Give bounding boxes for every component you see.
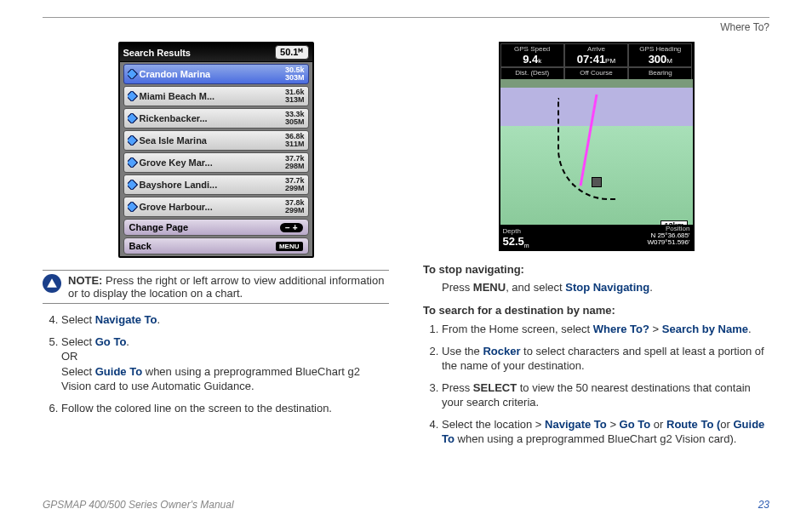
section-title: Where To?: [43, 21, 769, 33]
marina-icon: [128, 91, 138, 101]
map-data-cell: GPS Speed9.4k: [500, 43, 564, 67]
map-data-cell: GPS Heading300M: [628, 43, 692, 67]
note-label: NOTE:: [68, 274, 102, 287]
page-footer: GPSMAP 400/500 Series Owner's Manual 23: [43, 499, 769, 511]
land-strip: [500, 79, 693, 88]
search-result-row[interactable]: Miami Beach M...31.6k313M: [123, 86, 309, 106]
stop-navigating-body: Press MENU, and select Stop Navigating.: [423, 281, 769, 294]
distance-badge: 50.1ᴹ: [275, 45, 308, 60]
marina-icon: [128, 180, 138, 190]
header-rule: [43, 17, 769, 18]
result-distance: 31.6k313M: [285, 89, 305, 104]
search-results-device: Search Results 50.1ᴹ Crandon Marina30.5k…: [118, 42, 314, 258]
left-column: Search Results 50.1ᴹ Crandon Marina30.5k…: [43, 42, 389, 454]
right-column: GPS Speed9.4kArrive07:41PMGPS Heading300…: [423, 42, 769, 454]
boat-icon: [592, 177, 602, 187]
marina-icon: [128, 202, 138, 212]
search-result-row[interactable]: Grove Harbour...37.8k299M: [123, 197, 309, 217]
map-bottom-bar: Depth 52.5m Position N 25°36.685' W079°5…: [500, 225, 693, 249]
change-page-button[interactable]: Change Page − +: [123, 219, 309, 236]
result-name: Grove Harbour...: [140, 202, 213, 212]
search-step-2: Use the Rocker to select characters and …: [442, 344, 769, 374]
change-page-label: Change Page: [129, 222, 189, 232]
result-distance: 37.7k299M: [285, 177, 305, 192]
search-step-3: Press SELECT to view the 50 nearest dest…: [442, 380, 769, 410]
step-6: Follow the colored line on the screen to…: [61, 401, 389, 416]
back-button[interactable]: Back MENU: [123, 237, 309, 254]
search-result-row[interactable]: Bayshore Landi...37.7k299M: [123, 174, 309, 195]
search-result-row[interactable]: Rickenbacker...33.3k305M: [123, 108, 309, 129]
search-by-name-head: To search for a destination by name:: [423, 304, 769, 317]
search-result-row[interactable]: Grove Key Mar...37.7k298M: [123, 152, 309, 173]
position-cell: Position N 25°36.685' W079°51.596': [647, 226, 689, 249]
step-4: Select Navigate To.: [61, 312, 389, 328]
left-steps: Select Navigate To. Select Go To. OR Sel…: [43, 312, 389, 415]
note-icon: [43, 274, 61, 293]
device-title: Search Results: [123, 48, 191, 58]
search-step-4: Select the location > Navigate To > Go T…: [442, 417, 769, 447]
result-name: Rickenbacker...: [140, 113, 208, 123]
result-distance: 33.3k305M: [285, 111, 305, 126]
result-name: Miami Beach M...: [140, 91, 215, 101]
map-area: 12km: [500, 79, 693, 234]
result-distance: 37.7k298M: [285, 155, 305, 170]
result-distance: 37.8k299M: [285, 199, 305, 214]
marina-icon: [128, 157, 138, 168]
marina-icon: [128, 69, 138, 79]
stop-navigating-head: To stop navigating:: [423, 263, 769, 276]
result-distance: 36.8k311M: [285, 133, 305, 148]
map-device: GPS Speed9.4kArrive07:41PMGPS Heading300…: [499, 42, 695, 251]
search-result-row[interactable]: Sea Isle Marina36.8k311M: [123, 130, 309, 151]
result-name: Crandon Marina: [140, 69, 211, 79]
result-name: Grove Key Mar...: [140, 157, 213, 168]
search-steps: From the Home screen, select Where To? >…: [423, 322, 769, 447]
note-text: NOTE: Press the right or left arrow to v…: [68, 274, 389, 300]
step-5: Select Go To. OR Select Guide To when us…: [61, 334, 389, 394]
plus-minus-icon: − +: [280, 223, 302, 232]
result-name: Bayshore Landi...: [140, 180, 218, 190]
book-title: GPSMAP 400/500 Series Owner's Manual: [43, 499, 234, 511]
search-result-row[interactable]: Crandon Marina30.5k303M: [123, 64, 309, 84]
menu-pill-icon: MENU: [276, 242, 303, 251]
result-distance: 30.5k303M: [285, 66, 305, 82]
depth-cell: Depth 52.5m: [503, 226, 529, 249]
page-number: 23: [758, 499, 769, 511]
marina-icon: [128, 113, 138, 123]
back-label: Back: [129, 241, 152, 251]
note-box: NOTE: Press the right or left arrow to v…: [43, 270, 389, 304]
map-data-cell: Arrive07:41PM: [564, 43, 628, 67]
two-column-layout: Search Results 50.1ᴹ Crandon Marina30.5k…: [43, 42, 769, 454]
result-name: Sea Isle Marina: [140, 135, 208, 146]
marina-icon: [128, 135, 138, 146]
search-step-1: From the Home screen, select Where To? >…: [442, 322, 769, 337]
device-titlebar: Search Results 50.1ᴹ: [120, 43, 312, 62]
